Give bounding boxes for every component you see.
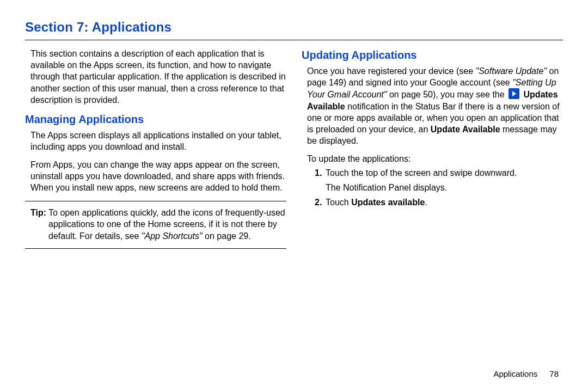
managing-p1: The Apps screen displays all application… [25,130,286,152]
up-p1-c: on page 50), you may see the [387,90,507,99]
step-1-text: Touch the top of the screen and swipe do… [326,168,517,177]
tip-text-post: on page 29. [203,231,251,241]
update-available-bold: Update Available [431,125,500,134]
updating-p2: To update the applications: [302,153,563,164]
link-software-update: "Software Update" [476,66,547,76]
section-title: Section 7: Applications [25,19,563,35]
left-column: This section contains a description of e… [25,48,286,248]
updating-applications-heading: Updating Applications [302,48,563,62]
managing-applications-heading: Managing Applications [25,112,286,126]
footer-page-number: 78 [549,369,559,378]
updating-p1: Once you have registered your device (se… [302,65,563,146]
page-footer: Applications78 [493,369,559,379]
managing-p2: From Apps, you can change the way apps a… [25,159,286,193]
tip-label: Tip: [30,207,46,241]
step-2-post: . [425,198,427,207]
step-2-number: 2. [315,197,322,209]
step-1: 1. Touch the top of the screen and swipe… [315,168,563,194]
hrule [25,40,563,40]
right-column: Updating Applications Once you have regi… [302,48,563,248]
footer-section-name: Applications [493,369,537,378]
update-steps: 1. Touch the top of the screen and swipe… [302,168,563,208]
play-icon [509,88,519,99]
step-1-subtext: The Notification Panel displays. [326,182,563,194]
step-1-number: 1. [315,168,322,179]
updates-available-label: Updates available [351,198,425,207]
step-2: 2. Touch Updates available. [315,197,563,209]
up-p1-a: Once you have registered your device (se… [307,66,476,76]
tip-body: To open applications quickly, add the ic… [48,207,286,241]
intro-paragraph: This section contains a description of e… [25,48,286,106]
tip-link-app-shortcuts: "App Shortcuts" [142,231,203,241]
tip-block: Tip: To open applications quickly, add t… [25,201,286,248]
step-2-pre: Touch [326,198,351,207]
content-columns: This section contains a description of e… [25,48,563,248]
